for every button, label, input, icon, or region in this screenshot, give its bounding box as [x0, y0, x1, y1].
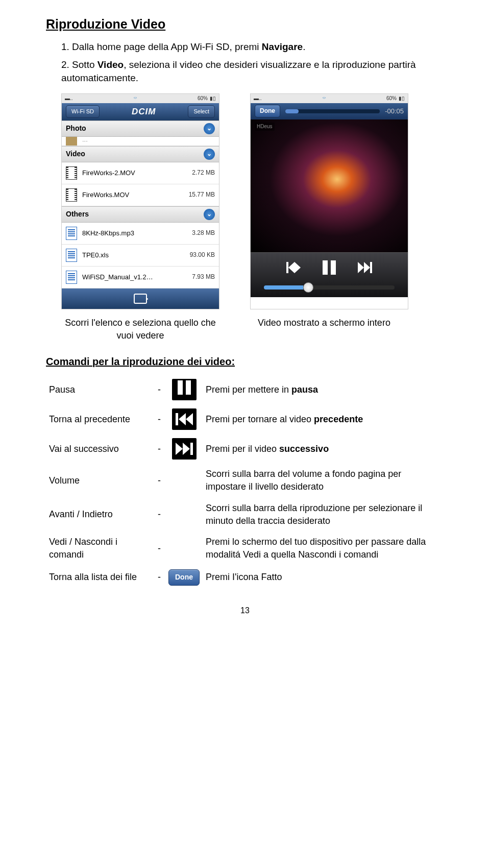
- done-button: Done: [168, 569, 200, 586]
- svg-marker-10: [183, 443, 190, 455]
- document-icon: [66, 227, 77, 240]
- chevron-down-icon: ⌄: [204, 123, 215, 134]
- battery-percent: 60%: [386, 95, 397, 102]
- table-row: Volume - Scorri sulla barra del volume a…: [46, 464, 444, 497]
- next-icon[interactable]: [358, 262, 372, 278]
- section-photo[interactable]: Photo ⌄: [62, 120, 219, 137]
- list-item[interactable]: WiFiSD_Manual_v1.2… 7.93 MB: [62, 267, 219, 288]
- document-icon: [66, 249, 77, 262]
- list-item[interactable]: FireWorks-2.MOV 2.72 MB: [62, 162, 219, 184]
- step-1: 1. Dalla home page della App Wi-Fi SD, p…: [61, 40, 444, 54]
- nav-bar: Wi-Fi SD DCIM Select: [62, 103, 219, 120]
- status-bar: ▬.. ⌔ 60% ▮▯: [62, 94, 219, 103]
- document-icon: [66, 271, 77, 284]
- table-row: Torna al precedente - Premi per tornare …: [46, 404, 444, 434]
- steps-list: 1. Dalla home page della App Wi-Fi SD, p…: [61, 40, 444, 85]
- table-row: Vai al successivo - Premi per il video s…: [46, 434, 444, 464]
- commands-table: Pausa - Premi per mettere in pausa Torna…: [46, 375, 444, 590]
- svg-marker-4: [364, 262, 370, 273]
- previous-icon[interactable]: [286, 262, 301, 278]
- list-item[interactable]: TPE0.xls 93.00 KB: [62, 245, 219, 267]
- captions-row: Scorri l'elenco e seleziona quello che v…: [61, 317, 444, 342]
- section-video[interactable]: Video ⌄: [62, 146, 219, 162]
- screenshot-video-player: ▬.. ⌔ 60% ▮▯ Done -00:05 HDeus: [250, 93, 408, 309]
- svg-marker-1: [288, 262, 295, 273]
- wifi-icon: ⌔: [134, 95, 137, 102]
- video-icon: [66, 188, 77, 202]
- caption-left: Scorri l'elenco e seleziona quello che v…: [61, 317, 219, 342]
- time-remaining: -00:05: [385, 107, 404, 116]
- table-row: Torna alla lista dei file - Done Premi I…: [46, 565, 444, 590]
- nav-back-button[interactable]: Wi-Fi SD: [66, 105, 100, 118]
- svg-rect-11: [190, 443, 193, 455]
- battery-icon: ▮▯: [399, 95, 405, 102]
- nav-title: DCIM: [132, 106, 156, 118]
- commands-heading: Comandi per la riproduzione dei video:: [46, 354, 444, 369]
- page-number: 13: [46, 605, 444, 616]
- pause-icon[interactable]: [321, 260, 337, 279]
- table-row: Pausa - Premi per mettere in pausa: [46, 375, 444, 404]
- bottom-toolbar: [62, 288, 219, 309]
- caption-right: Video mostrato a schermo intero: [245, 317, 403, 342]
- wifi-icon: ⌔: [323, 95, 326, 102]
- watermark: HDeus: [255, 123, 275, 131]
- svg-marker-2: [295, 262, 301, 273]
- svg-marker-7: [179, 413, 186, 425]
- list-item[interactable]: 8KHz-8Kbps.mp3 3.28 MB: [62, 223, 219, 245]
- section-others[interactable]: Others ⌄: [62, 206, 219, 223]
- battery-icon: ▮▯: [210, 95, 216, 102]
- signal-icon: ▬..: [254, 95, 262, 102]
- svg-rect-6: [176, 413, 178, 425]
- svg-rect-0: [286, 262, 288, 273]
- battery-percent: 60%: [198, 95, 208, 102]
- screenshots-row: ▬.. ⌔ 60% ▮▯ Wi-Fi SD DCIM Select Photo …: [61, 93, 444, 309]
- nav-select-button[interactable]: Select: [188, 105, 215, 118]
- list-item[interactable]: FireWorks.MOV 15.77 MB: [62, 184, 219, 206]
- svg-marker-8: [186, 413, 193, 425]
- status-bar: ▬.. ⌔ 60% ▮▯: [251, 94, 408, 103]
- chevron-down-icon: ⌄: [204, 209, 215, 220]
- done-button[interactable]: Done: [255, 105, 280, 117]
- signal-icon: ▬..: [65, 95, 73, 102]
- table-row: Vedi / Nascondi i comandi - Premi lo sch…: [46, 532, 444, 565]
- screenshot-file-browser: ▬.. ⌔ 60% ▮▯ Wi-Fi SD DCIM Select Photo …: [61, 93, 219, 309]
- volume-slider[interactable]: [264, 285, 395, 290]
- player-controls: [251, 252, 408, 297]
- table-row: Avanti / Indietro - Scorri sulla barra d…: [46, 498, 444, 532]
- pause-icon: [172, 379, 197, 400]
- svg-rect-5: [370, 262, 372, 273]
- svg-marker-9: [176, 443, 183, 455]
- thumb-icon: [66, 137, 77, 146]
- next-icon: [172, 438, 197, 460]
- page-title: Riproduzione Video: [46, 15, 444, 33]
- step-2: 2. Sotto Video, seleziona il video che d…: [61, 58, 444, 85]
- list-item[interactable]: ···: [62, 137, 219, 146]
- video-frame[interactable]: HDeus: [251, 119, 408, 252]
- seek-bar[interactable]: [285, 109, 380, 113]
- player-top-bar: Done -00:05: [251, 103, 408, 119]
- svg-marker-3: [358, 262, 364, 273]
- chevron-down-icon: ⌄: [204, 149, 215, 160]
- device-icon[interactable]: [134, 294, 147, 304]
- video-icon: [66, 166, 77, 180]
- previous-icon: [172, 408, 197, 430]
